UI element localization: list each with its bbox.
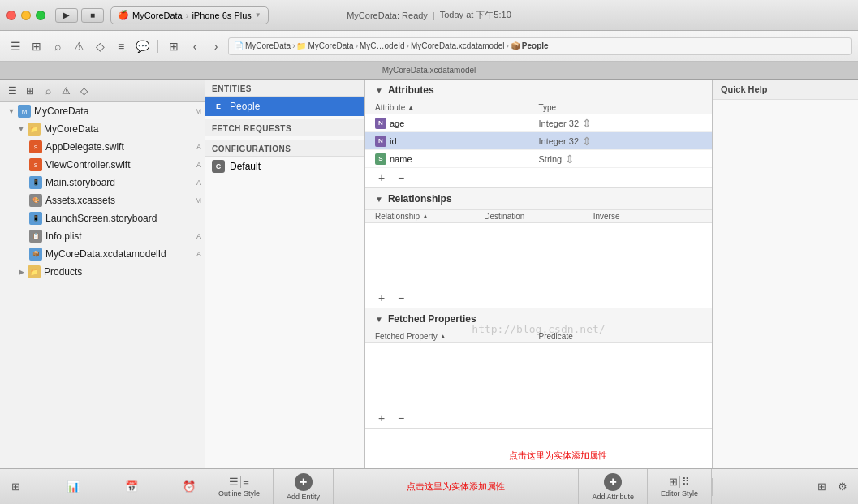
attr-col-attribute: Attribute ▲ bbox=[375, 103, 539, 112]
breadcrumb-seg1[interactable]: MyCoreData bbox=[245, 41, 291, 50]
add-relationship-btn[interactable]: + bbox=[375, 291, 388, 304]
attr-row-name[interactable]: S name String ⇕ bbox=[365, 150, 712, 168]
main-storyboard-label: Main.storyboard bbox=[45, 177, 115, 188]
app-name: MyCoreData bbox=[132, 11, 183, 20]
entity-badge-e: E bbox=[212, 100, 225, 113]
products-label: Products bbox=[44, 266, 82, 278]
doc-tab[interactable]: MyCoreData.xcdatamodel bbox=[373, 66, 486, 75]
assets-label: Assets.xcassets bbox=[45, 195, 115, 206]
sidebar-infoplist[interactable]: 📋 Info.plist A bbox=[0, 227, 205, 245]
fetch-col-prop-label: Fetched Property bbox=[375, 332, 438, 341]
add-attribute-btn[interactable]: + bbox=[375, 171, 388, 184]
search-icon[interactable]: ⌕ bbox=[49, 37, 67, 55]
sidebar-assets[interactable]: 🎨 Assets.xcassets M bbox=[0, 192, 205, 209]
breadcrumb-folder-icon: 📁 bbox=[296, 41, 306, 50]
sidebar-main-storyboard[interactable]: 📱 Main.storyboard A bbox=[0, 174, 205, 192]
sidebar-icon2[interactable]: ⊞ bbox=[23, 84, 37, 98]
breadcrumb-entity-icon: 📦 bbox=[511, 41, 520, 50]
add-attribute-button[interactable]: + Add Attribute bbox=[578, 469, 648, 505]
xcdatamodel-icon: 📦 bbox=[29, 248, 42, 261]
fetched-table: Fetched Property ▲ Predicate bbox=[365, 330, 712, 408]
outline-style-button[interactable]: ☰ ≡ Outline Style bbox=[205, 469, 274, 505]
breakpoint-icon[interactable]: ◇ bbox=[91, 37, 109, 55]
relationships-header[interactable]: ▼ Relationships bbox=[365, 188, 712, 210]
bottom-right-icon1[interactable]: ⊞ bbox=[813, 478, 830, 496]
appdelegate-label: AppDelegate.swift bbox=[45, 141, 124, 153]
stop-button[interactable]: ■ bbox=[81, 8, 104, 23]
next-icon[interactable]: › bbox=[207, 37, 225, 55]
breadcrumb-seg2[interactable]: MyCoreData bbox=[308, 41, 353, 50]
sidebar-warning-icon[interactable]: ⚠ bbox=[58, 84, 73, 98]
attr-row-id[interactable]: N id Integer 32 ⇕ bbox=[365, 132, 712, 150]
rel-col-dest: Destination bbox=[484, 212, 593, 221]
sidebar-appdelegate[interactable]: S AppDelegate.swift A bbox=[0, 138, 205, 156]
default-config-row[interactable]: C Default bbox=[205, 157, 364, 176]
remove-fetched-btn[interactable]: − bbox=[395, 411, 407, 424]
xcdatamodel-badge: A bbox=[196, 250, 201, 258]
sidebar-xcdatamodel[interactable]: 📦 MyCoreData.xcdatamodelId A bbox=[0, 245, 205, 263]
attr-stepper-age[interactable]: ⇕ bbox=[582, 117, 592, 130]
xcdatamodel-label: MyCoreData.xcdatamodelId bbox=[45, 248, 166, 260]
fullscreen-button[interactable] bbox=[36, 11, 45, 20]
attr-type-col-age: Integer 32 ⇕ bbox=[539, 117, 703, 130]
scheme-selector[interactable]: 🍎 MyCoreData › iPhone 6s Plus ▼ bbox=[110, 6, 269, 24]
sidebar-root-item[interactable]: ▼ M MyCoreData M bbox=[0, 102, 205, 120]
watermark: http://blog.csdn.net/ bbox=[472, 323, 605, 335]
configurations-header: CONFIGURATIONS bbox=[205, 140, 364, 157]
sidebar-filter-icon[interactable]: ◇ bbox=[76, 84, 91, 98]
editor-style-button[interactable]: ⊞ ⠿ Editor Style bbox=[648, 469, 712, 505]
bottom-left-icon1[interactable]: ⊞ bbox=[6, 478, 24, 496]
breadcrumb-seg3[interactable]: MyC…odeId bbox=[360, 41, 405, 50]
bc-arrow1: › bbox=[292, 41, 295, 50]
quick-help-title: Quick Help bbox=[713, 80, 858, 100]
bottom-right-icon2[interactable]: ⚙ bbox=[834, 478, 852, 496]
prev-icon[interactable]: ‹ bbox=[186, 37, 204, 55]
attributes-header[interactable]: ▼ Attributes bbox=[365, 80, 712, 101]
bottom-left-icon3[interactable]: 📅 bbox=[123, 478, 140, 496]
remove-relationship-btn[interactable]: − bbox=[395, 291, 407, 304]
sidebar-viewcontroller[interactable]: S ViewController.swift A bbox=[0, 156, 205, 174]
sidebar-launchscreen[interactable]: 📱 LaunchScreen.storyboard bbox=[0, 209, 205, 227]
add-entity-button[interactable]: + Add Entity bbox=[274, 469, 334, 505]
attr-stepper-id[interactable]: ⇕ bbox=[582, 135, 592, 148]
sidebar-search-icon[interactable]: ⌕ bbox=[41, 84, 55, 98]
sidebar-icon1[interactable]: ☰ bbox=[5, 84, 19, 98]
add-fetched-btn[interactable]: + bbox=[375, 411, 388, 424]
run-button[interactable]: ▶ bbox=[55, 8, 78, 23]
breadcrumb-seg5[interactable]: People bbox=[522, 41, 549, 50]
editor-style-icon: ⊞ ⠿ bbox=[669, 476, 690, 488]
attr-name-id: id bbox=[390, 136, 397, 146]
breadcrumb-seg4[interactable]: MyCoreData.xcdatamodel bbox=[411, 41, 505, 50]
attr-stepper-name[interactable]: ⇕ bbox=[565, 153, 575, 166]
root-badge: M bbox=[196, 107, 202, 115]
sidebar-content: ▼ M MyCoreData M ▼ 📁 MyCoreData S AppDel… bbox=[0, 102, 205, 504]
sidebar-mycoredata-folder[interactable]: ▼ 📁 MyCoreData bbox=[0, 120, 205, 138]
grid-icon[interactable]: ⊞ bbox=[165, 37, 183, 55]
bottom-toolbar-right: ⊞ ⚙ bbox=[712, 478, 858, 496]
jump-bar-icon[interactable]: ⊞ bbox=[28, 37, 45, 55]
attr-row-age[interactable]: N age Integer 32 ⇕ bbox=[365, 114, 712, 132]
bottom-left-icon2[interactable]: 📊 bbox=[64, 478, 82, 496]
attr-name-col: N age bbox=[375, 118, 539, 129]
main-layout: ☰ ⊞ ⌕ ⚠ ◇ ▼ M MyCoreData M ▼ 📁 MyCoreDat… bbox=[0, 80, 858, 504]
relationships-footer: + − bbox=[365, 288, 712, 308]
env-icon[interactable]: ≡ bbox=[112, 37, 130, 55]
sidebar-products[interactable]: ▶ 📁 Products bbox=[0, 263, 205, 281]
fetch-sort-arrow: ▲ bbox=[440, 333, 446, 340]
fetched-footer: + − bbox=[365, 408, 712, 428]
close-button[interactable] bbox=[6, 11, 16, 20]
titlebar-center: MyCoreData: Ready | Today at 下午5:10 bbox=[347, 9, 511, 21]
detail-panel: ▼ Attributes Attribute ▲ Type bbox=[365, 80, 712, 504]
minimize-button[interactable] bbox=[21, 11, 31, 20]
bottom-left-icon4[interactable]: ⏰ bbox=[180, 478, 198, 496]
assets-badge: M bbox=[196, 196, 202, 205]
rel-col-inv-label: Inverse bbox=[593, 212, 620, 221]
navigator-icon[interactable]: ☰ bbox=[6, 37, 24, 55]
remove-attribute-btn[interactable]: − bbox=[395, 171, 407, 184]
warning-icon[interactable]: ⚠ bbox=[70, 37, 88, 55]
annotation-icon[interactable]: 💬 bbox=[133, 37, 151, 55]
people-entity-row[interactable]: E People bbox=[205, 97, 364, 116]
infoplist-label: Info.plist bbox=[45, 230, 82, 242]
folder-disclosure: ▼ bbox=[16, 124, 26, 134]
add-attribute-label: Add Attribute bbox=[592, 493, 634, 501]
